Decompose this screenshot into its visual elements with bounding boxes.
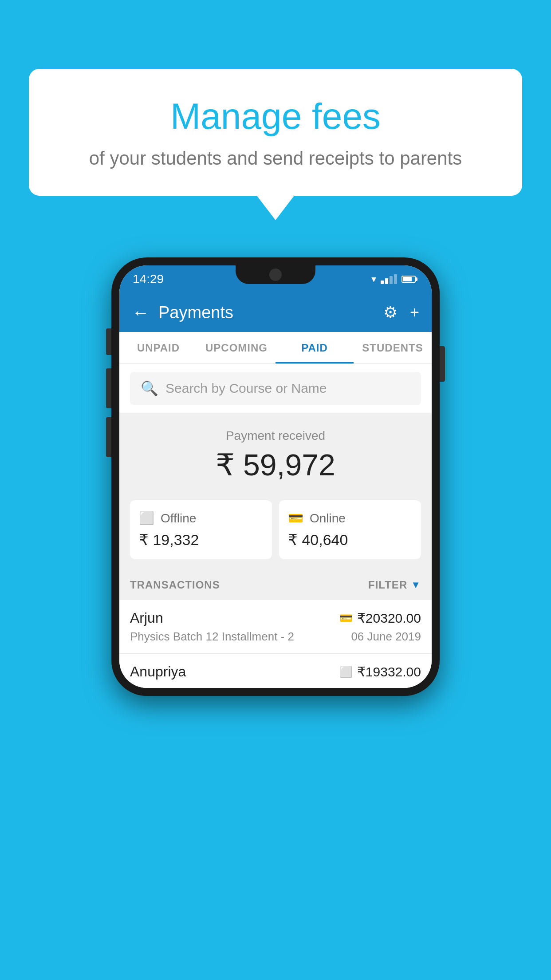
app-header: ← Payments ⚙ +	[119, 293, 432, 332]
bubble-subtitle: of your students and send receipts to pa…	[64, 148, 487, 169]
offline-amount: ₹ 19,332	[139, 531, 199, 549]
search-icon: 🔍	[141, 380, 158, 397]
battery-icon	[401, 276, 416, 283]
filter-icon: ▼	[411, 579, 421, 591]
phone-mockup: 14:29 ▾ ← Payments	[111, 257, 440, 696]
speech-bubble: Manage fees of your students and send re…	[29, 69, 522, 196]
transaction-name: Anupriya	[130, 664, 186, 680]
transaction-amount: ₹20320.00	[357, 610, 421, 626]
search-placeholder: Search by Course or Name	[165, 381, 327, 396]
transaction-course: Physics Batch 12 Installment - 2	[130, 630, 294, 644]
transaction-top: Anupriya ⬜ ₹19332.00	[130, 664, 421, 680]
payment-received-section: Payment received ₹ 59,972	[119, 413, 432, 493]
tab-paid[interactable]: PAID	[276, 332, 354, 364]
transaction-right: 💳 ₹20320.00	[339, 610, 421, 626]
header-title: Payments	[158, 303, 383, 322]
tabs-bar: UNPAID UPCOMING PAID STUDENTS	[119, 332, 432, 364]
transaction-row: Anupriya ⬜ ₹19332.00	[119, 654, 432, 688]
silent-button	[106, 417, 111, 457]
wifi-icon: ▾	[371, 273, 376, 285]
tab-students[interactable]: STUDENTS	[354, 332, 432, 364]
transactions-label: TRANSACTIONS	[130, 579, 220, 591]
online-card: 💳 Online ₹ 40,640	[279, 500, 421, 559]
tab-upcoming[interactable]: UPCOMING	[197, 332, 276, 364]
payment-type-icon: 💳	[339, 612, 353, 624]
online-card-header: 💳 Online	[288, 511, 346, 526]
search-section: 🔍 Search by Course or Name	[119, 364, 432, 413]
transaction-date: 06 June 2019	[351, 630, 421, 644]
search-box[interactable]: 🔍 Search by Course or Name	[130, 372, 421, 405]
transaction-amount: ₹19332.00	[357, 664, 421, 680]
volume-down-button	[106, 368, 111, 408]
payment-type-icon: ⬜	[339, 666, 353, 678]
add-button[interactable]: +	[410, 303, 419, 322]
header-actions: ⚙ +	[383, 303, 419, 322]
bubble-title: Manage fees	[64, 95, 487, 137]
online-icon: 💳	[288, 511, 303, 526]
transactions-header: TRANSACTIONS FILTER ▼	[119, 570, 432, 600]
settings-button[interactable]: ⚙	[383, 303, 398, 322]
payment-received-amount: ₹ 59,972	[130, 447, 421, 482]
online-amount: ₹ 40,640	[288, 531, 348, 549]
power-button	[440, 346, 445, 382]
volume-up-button	[106, 328, 111, 355]
transaction-top: Arjun 💳 ₹20320.00	[130, 610, 421, 626]
phone-screen: 14:29 ▾ ← Payments	[119, 265, 432, 688]
bubble-arrow	[257, 196, 294, 220]
speech-bubble-container: Manage fees of your students and send re…	[29, 69, 522, 220]
status-icons: ▾	[371, 273, 416, 285]
status-time: 14:29	[133, 272, 164, 286]
phone-notch	[236, 265, 315, 284]
tab-unpaid[interactable]: UNPAID	[119, 332, 197, 364]
phone-camera	[269, 269, 282, 281]
filter-button[interactable]: FILTER ▼	[368, 579, 421, 591]
payment-cards: ⬜ Offline ₹ 19,332 💳 Online ₹ 40,640	[119, 493, 432, 570]
transaction-bottom: Physics Batch 12 Installment - 2 06 June…	[130, 630, 421, 644]
offline-card: ⬜ Offline ₹ 19,332	[130, 500, 272, 559]
signal-icon	[381, 274, 397, 284]
transaction-right: ⬜ ₹19332.00	[339, 664, 421, 680]
offline-icon: ⬜	[139, 511, 154, 526]
back-button[interactable]: ←	[132, 303, 150, 323]
transaction-row: Arjun 💳 ₹20320.00 Physics Batch 12 Insta…	[119, 600, 432, 654]
transaction-name: Arjun	[130, 610, 163, 626]
payment-received-label: Payment received	[130, 429, 421, 443]
offline-card-header: ⬜ Offline	[139, 511, 196, 526]
phone-body: 14:29 ▾ ← Payments	[111, 257, 440, 696]
